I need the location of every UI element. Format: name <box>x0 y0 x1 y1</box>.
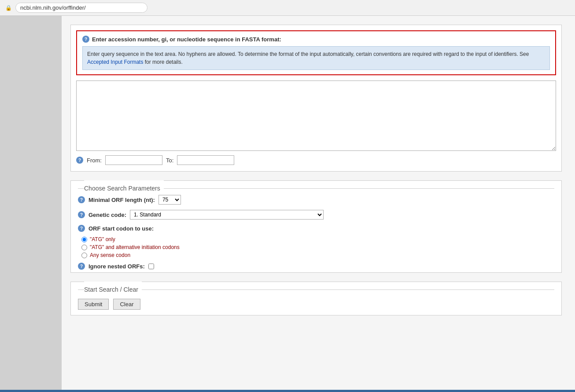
input-section-title: Enter accession number, gi, or nucleotid… <box>92 36 281 43</box>
radio-any-sense-label: Any sense codon <box>90 252 130 258</box>
radio-atg-only-label: "ATG" only <box>90 236 115 242</box>
clear-button[interactable]: Clear <box>113 299 140 310</box>
button-row: Submit Clear <box>71 293 561 315</box>
input-section: ? Enter accession number, gi, or nucleot… <box>70 25 562 172</box>
radio-atg-only-input[interactable] <box>81 237 87 242</box>
from-to-row: ? From: To: <box>71 155 561 171</box>
genetic-code-row: ? Genetic code: 1. Standard 2. Vertebrat… <box>71 207 561 222</box>
submit-button[interactable]: Submit <box>78 299 109 310</box>
params-section-title: Choose Search Parameters <box>84 180 164 192</box>
bottom-blue-bar <box>0 390 575 392</box>
accepted-formats-link[interactable]: Accepted Input Formats <box>87 59 143 65</box>
from-input[interactable] <box>105 155 162 165</box>
to-input[interactable] <box>177 155 234 165</box>
ignore-nested-row: ? Ignore nested ORFs: <box>71 260 561 272</box>
min-orf-select[interactable]: 75 100 150 200 300 <box>158 195 181 205</box>
genetic-code-label: Genetic code: <box>88 212 126 218</box>
radio-atg-alt[interactable]: "ATG" and alternative initiation codons <box>81 244 561 250</box>
info-box: Enter query sequence in the text area. N… <box>82 46 550 70</box>
genetic-code-help-icon[interactable]: ? <box>78 211 85 218</box>
orf-start-help-icon[interactable]: ? <box>78 225 85 232</box>
radio-atg-only[interactable]: "ATG" only <box>81 236 561 242</box>
sequence-textarea[interactable] <box>76 81 556 151</box>
radio-atg-alt-input[interactable] <box>81 245 87 250</box>
red-border-box: ? Enter accession number, gi, or nucleot… <box>76 30 556 75</box>
search-params-section: Choose Search Parameters ? Minimal ORF l… <box>70 180 562 273</box>
title-row: ? Enter accession number, gi, or nucleot… <box>82 36 550 43</box>
ignore-nested-label: Ignore nested ORFs: <box>88 263 145 270</box>
page-content: ? Enter accession number, gi, or nucleot… <box>0 16 575 392</box>
ignore-nested-checkbox[interactable] <box>148 264 154 269</box>
input-help-icon[interactable]: ? <box>82 36 89 43</box>
from-label: From: <box>87 157 102 164</box>
orf-start-radio-group: "ATG" only "ATG" and alternative initiat… <box>71 234 561 260</box>
ignore-nested-help-icon[interactable]: ? <box>78 263 85 270</box>
submit-section-header: Start Search / Clear <box>78 282 554 293</box>
min-orf-label: Minimal ORF length (nt): <box>88 197 155 203</box>
orf-start-label: ORF start codon to use: <box>88 225 154 232</box>
main-area: ? Enter accession number, gi, or nucleot… <box>62 16 575 392</box>
submit-section: Start Search / Clear Submit Clear <box>70 282 562 315</box>
radio-any-sense[interactable]: Any sense codon <box>81 252 561 258</box>
browser-bar: 🔒 ncbi.nlm.nih.gov/orffinder/ <box>0 0 575 16</box>
genetic-code-select[interactable]: 1. Standard 2. Vertebrate Mitochondrial … <box>130 210 324 220</box>
radio-atg-alt-label: "ATG" and alternative initiation codons <box>90 244 180 250</box>
radio-any-sense-input[interactable] <box>81 253 87 258</box>
submit-section-title: Start Search / Clear <box>84 282 142 293</box>
min-orf-row: ? Minimal ORF length (nt): 75 100 150 20… <box>71 192 561 207</box>
min-orf-help-icon[interactable]: ? <box>78 196 85 203</box>
from-to-help-icon[interactable]: ? <box>76 157 83 164</box>
orf-start-row: ? ORF start codon to use: <box>71 222 561 234</box>
params-section-header: Choose Search Parameters <box>78 180 554 192</box>
info-text-before-link: Enter query sequence in the text area. N… <box>87 51 529 57</box>
info-text-after-link: for more details. <box>143 59 182 65</box>
left-sidebar <box>0 16 62 392</box>
to-label: To: <box>166 157 173 164</box>
lock-icon: 🔒 <box>5 5 12 11</box>
url-bar: ncbi.nlm.nih.gov/orffinder/ <box>15 3 147 13</box>
